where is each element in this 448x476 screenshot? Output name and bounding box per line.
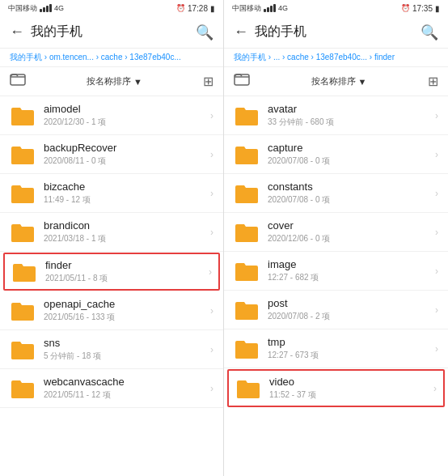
page-title-left: 我的手机 (31, 23, 196, 40)
file-info: aimodel2020/12/30 - 1 项 (44, 103, 210, 128)
file-name: webcanvascache (44, 376, 210, 388)
file-info: image12:27 - 682 项 (268, 258, 435, 283)
folder-icon (10, 104, 36, 127)
folder-icon (235, 377, 261, 400)
list-item[interactable]: finder2021/05/11 - 8 项› (3, 253, 220, 291)
chevron-right-icon: › (210, 149, 213, 160)
list-item[interactable]: constants2020/07/08 - 0 项› (224, 174, 448, 213)
new-folder-button-left[interactable] (10, 71, 26, 91)
carrier-text-right: 中国移动 (232, 3, 261, 14)
file-info: brandicon2021/03/18 - 1 项 (44, 219, 210, 244)
list-item[interactable]: aimodel2020/12/30 - 1 项› (0, 96, 223, 135)
chevron-right-icon: › (210, 110, 213, 121)
file-info: video11:52 - 37 项 (269, 376, 433, 401)
list-item[interactable]: image12:27 - 682 项› (224, 252, 448, 291)
search-button-right[interactable]: 🔍 (421, 23, 438, 41)
page-title-right: 我的手机 (255, 23, 421, 40)
grid-view-button-right[interactable]: ⊞ (428, 74, 438, 89)
bar3r (270, 6, 273, 12)
file-info: backupRecover2020/08/11 - 0 项 (44, 142, 210, 167)
chevron-right-icon: › (210, 344, 213, 355)
file-meta: 2021/05/11 - 8 项 (45, 273, 209, 284)
toolbar-left: 按名称排序 ▼ ⊞ (0, 67, 223, 96)
file-meta: 11:49 - 12 项 (44, 194, 210, 206)
list-item[interactable]: sns5 分钟前 - 18 项› (0, 330, 223, 369)
sort-arrow-right: ▼ (358, 77, 367, 87)
file-meta: 12:27 - 673 项 (268, 350, 435, 361)
time-display-right: 17:35 (412, 4, 433, 13)
carrier-text: 中国移动 (8, 3, 37, 14)
file-info: bizcache11:49 - 12 项 (44, 181, 210, 206)
header-right: ← 我的手机 🔍 (224, 16, 448, 49)
file-meta: 2020/08/11 - 0 项 (44, 155, 210, 167)
breadcrumb-right[interactable]: 我的手机 › ... › cache › 13e87eb40c... › fin… (224, 49, 448, 67)
folder-icon (10, 338, 36, 361)
search-button-left[interactable]: 🔍 (196, 23, 213, 41)
list-item[interactable]: video11:52 - 37 项› (227, 369, 445, 407)
list-item[interactable]: openapi_cache2021/05/16 - 133 项› (0, 291, 223, 330)
list-item[interactable]: tmp12:27 - 673 项› (224, 329, 448, 368)
file-meta: 2021/05/16 - 133 项 (44, 312, 210, 323)
list-item[interactable]: post2020/07/08 - 2 项› (224, 291, 448, 329)
chevron-right-icon: › (435, 343, 438, 355)
folder-icon (11, 261, 37, 283)
bar2r (267, 7, 269, 12)
folder-icon (10, 221, 36, 244)
list-item[interactable]: backupRecover2020/08/11 - 0 项› (0, 135, 223, 174)
file-info: post2020/07/08 - 2 项 (268, 297, 435, 322)
folder-icon (234, 338, 260, 360)
file-info: capture2020/07/08 - 0 项 (268, 142, 435, 167)
file-list-right: avatar33 分钟前 - 680 项› capture2020/07/08 … (224, 96, 448, 476)
folder-icon (10, 182, 36, 205)
file-name: bizcache (44, 181, 210, 193)
file-meta: 2021/03/18 - 1 项 (44, 233, 210, 244)
file-info: tmp12:27 - 673 项 (268, 336, 435, 361)
file-info: sns5 分钟前 - 18 项 (44, 337, 210, 362)
network-type-right: 4G (278, 4, 288, 12)
file-meta: 12:27 - 682 项 (268, 272, 435, 283)
grid-view-button-left[interactable]: ⊞ (203, 74, 213, 89)
breadcrumb-left[interactable]: 我的手机 › om.tencen... › cache › 13e87eb40c… (0, 49, 223, 67)
battery-icon-right: ▮ (435, 4, 440, 13)
new-folder-button-right[interactable] (234, 71, 250, 91)
file-name: tmp (268, 336, 435, 348)
status-right-right: ⏰ 17:35 ▮ (401, 4, 440, 13)
status-right: ⏰ 17:28 ▮ (176, 4, 215, 13)
file-name: backupRecover (44, 142, 210, 154)
list-item[interactable]: cover2020/12/06 - 0 项› (224, 213, 448, 252)
file-info: webcanvascache2021/05/11 - 12 项 (44, 376, 210, 401)
chevron-right-icon: › (435, 149, 438, 160)
back-button-left[interactable]: ← (10, 23, 24, 40)
file-list-left: aimodel2020/12/30 - 1 项› backupRecover20… (0, 96, 223, 476)
chevron-right-icon: › (210, 227, 213, 238)
chevron-right-icon: › (433, 383, 437, 394)
bar4 (49, 4, 52, 12)
list-item[interactable]: avatar33 分钟前 - 680 项› (224, 96, 448, 135)
list-item[interactable]: webcanvascache2021/05/11 - 12 项› (0, 369, 223, 408)
toolbar-right: 按名称排序 ▼ ⊞ (224, 67, 448, 96)
file-name: image (268, 258, 435, 270)
file-meta: 2020/07/08 - 0 项 (268, 155, 435, 167)
file-info: avatar33 分钟前 - 680 项 (268, 103, 435, 128)
chevron-right-icon: › (435, 266, 438, 277)
bar1r (264, 9, 266, 12)
new-folder-icon (10, 71, 26, 87)
file-info: constants2020/07/08 - 0 项 (268, 181, 435, 206)
file-name: aimodel (44, 103, 210, 115)
back-button-right[interactable]: ← (234, 23, 248, 40)
list-item[interactable]: bizcache11:49 - 12 项› (0, 174, 223, 213)
file-name: post (268, 297, 435, 309)
sort-arrow-left: ▼ (133, 77, 142, 87)
chevron-right-icon: › (210, 188, 213, 199)
file-info: openapi_cache2021/05/16 - 133 项 (44, 298, 210, 323)
file-name: avatar (268, 103, 435, 115)
file-meta: 11:52 - 37 项 (269, 389, 433, 401)
list-item[interactable]: capture2020/07/08 - 0 项› (224, 135, 448, 174)
time-display: 17:28 (188, 4, 208, 13)
sort-button-left[interactable]: 按名称排序 ▼ (87, 75, 142, 87)
file-name: sns (44, 337, 210, 349)
alarm-icon: ⏰ (176, 4, 185, 12)
list-item[interactable]: brandicon2021/03/18 - 1 项› (0, 213, 223, 252)
sort-button-right[interactable]: 按名称排序 ▼ (311, 75, 367, 87)
status-bar-left: 中国移动 4G ⏰ 17:28 ▮ (0, 0, 223, 16)
